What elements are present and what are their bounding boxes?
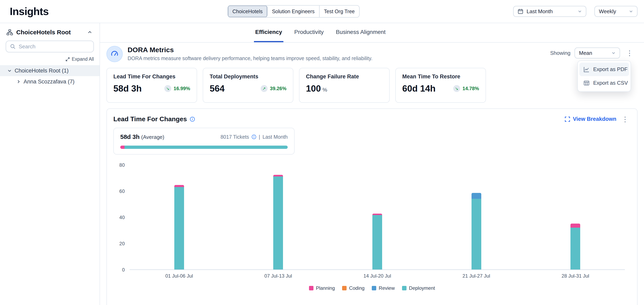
aggregation-select[interactable]: Mean <box>574 47 620 58</box>
stacked-bar-0[interactable] <box>174 185 184 270</box>
bar-segment-planning[interactable] <box>570 224 580 227</box>
legend-item-deployment[interactable]: Deployment <box>402 285 435 291</box>
metric-value: 564 <box>210 83 226 94</box>
tree-node-root[interactable]: ChoiceHotels Root (1) <box>0 65 100 76</box>
chart-card-actions: View Breakdown ⋮ <box>565 116 630 123</box>
dora-controls: Showing Mean ⋮ <box>550 47 635 58</box>
bar-segment-deployment[interactable] <box>570 228 580 270</box>
bar-segment-deployment[interactable] <box>372 215 382 270</box>
org-tree-sidebar: ChoiceHotels Root Expand All <box>0 23 100 305</box>
metric-card-title: Change Failure Rate <box>306 73 383 80</box>
x-tick-label: 07 Jul-13 Jul <box>229 273 328 279</box>
expand-all-button[interactable]: Expand All <box>0 55 100 65</box>
top-bar-controls: Last Month Weekly <box>513 6 638 17</box>
trend-badge: ↗ 39.26% <box>261 85 286 92</box>
sidebar-collapse-button[interactable] <box>86 29 93 35</box>
tree-node-anna-scozzafava[interactable]: Anna Scozzafava (7) <box>0 76 100 87</box>
info-icon[interactable] <box>252 134 256 139</box>
trend-down-icon: ↘ <box>453 85 460 92</box>
stacked-bar-1[interactable] <box>273 175 283 270</box>
dora-titles: DORA Metrics DORA metrics measure softwa… <box>128 46 372 61</box>
expand-all-label: Expand All <box>72 56 94 62</box>
org-tab-solution-engineers[interactable]: Solution Engineers <box>268 6 320 17</box>
bar-segment-review[interactable] <box>472 193 481 199</box>
stacked-bar-3[interactable] <box>472 193 481 270</box>
dora-metrics-title: DORA Metrics <box>128 46 372 54</box>
period-select[interactable]: Last Month <box>513 6 586 17</box>
chevron-down-icon[interactable] <box>7 68 12 73</box>
y-tick-label: 40 <box>119 215 125 220</box>
chart-y-axis: 020406080 <box>113 165 130 270</box>
chevron-right-icon[interactable] <box>16 79 21 84</box>
bar-column <box>427 165 526 270</box>
metric-card-lead-time[interactable]: Lead Time For Changes 58d 3h ↘ 16.99% <box>106 68 197 103</box>
gauge-icon <box>106 46 123 62</box>
calendar-icon <box>518 8 523 14</box>
chart-legend: PlanningCodingReviewDeployment <box>113 285 630 291</box>
sidebar-root-title: ChoiceHotels Root <box>16 29 83 36</box>
metric-card-change-failure-rate[interactable]: Change Failure Rate 100% <box>299 68 390 103</box>
metric-card-mean-time-to-restore[interactable]: Mean Time To Restore 60d 14h ↘ 14.78% <box>395 68 486 103</box>
legend-item-planning[interactable]: Planning <box>309 285 335 291</box>
bar-segment-deployment[interactable] <box>273 176 283 270</box>
chart-card-title: Lead Time For Changes <box>113 115 195 123</box>
info-icon[interactable] <box>190 117 195 122</box>
page-title: Insights <box>10 5 48 17</box>
tree-node-label: ChoiceHotels Root (1) <box>15 68 69 74</box>
metric-value: 100% <box>306 83 327 94</box>
tab-productivity[interactable]: Productivity <box>293 23 325 42</box>
chart-more-menu-button[interactable]: ⋮ <box>620 116 630 123</box>
tree-node-label: Anna Scozzafava (7) <box>24 79 74 85</box>
chevron-down-icon <box>629 9 633 13</box>
x-tick-label: 01 Jul-06 Jul <box>130 273 229 279</box>
insight-tabs-inner: Efficiency Productivity Business Alignme… <box>254 23 386 42</box>
main-panel: Efficiency Productivity Business Alignme… <box>100 23 644 305</box>
menu-item-export-csv[interactable]: Export as CSV <box>580 76 629 90</box>
expand-arrows-icon <box>66 57 70 61</box>
y-tick-label: 20 <box>119 241 125 247</box>
expand-corners-icon <box>565 117 570 122</box>
legend-item-coding[interactable]: Coding <box>342 285 364 291</box>
tab-efficiency[interactable]: Efficiency <box>254 23 283 42</box>
chevron-down-icon <box>612 51 616 55</box>
trend-delta: 39.26% <box>270 86 286 91</box>
dora-more-menu-button[interactable]: ⋮ <box>624 49 635 56</box>
top-bar: Insights ChoiceHotels Solution Engineers… <box>0 0 644 23</box>
legend-item-review[interactable]: Review <box>372 285 395 291</box>
legend-swatch <box>372 286 376 290</box>
tab-business-alignment[interactable]: Business Alignment <box>334 23 386 42</box>
metric-card-title: Total Deployments <box>210 73 286 80</box>
bar-segment-deployment[interactable] <box>472 199 481 270</box>
stacked-bar-2[interactable] <box>372 214 382 270</box>
granularity-select[interactable]: Weekly <box>594 6 638 17</box>
chevron-up-icon <box>87 30 92 35</box>
bar-segment-planning[interactable] <box>372 214 382 215</box>
separator: | <box>259 134 260 140</box>
menu-item-export-pdf[interactable]: Export as PDF <box>580 62 629 76</box>
tickets-count: 8017 Tickets <box>220 134 249 140</box>
lead-time-chart: 020406080 <box>113 165 630 270</box>
chart-x-axis: 01 Jul-06 Jul07 Jul-13 Jul14 Jul-20 Jul2… <box>130 273 625 279</box>
search-icon <box>10 44 16 49</box>
y-tick-label: 80 <box>119 162 125 168</box>
metric-value: 58d 3h <box>113 83 143 94</box>
search-input[interactable] <box>19 43 90 50</box>
insights-page: Insights ChoiceHotels Solution Engineers… <box>0 0 644 305</box>
bar-segment-planning[interactable] <box>174 185 184 187</box>
org-switcher: ChoiceHotels Solution Engineers Test Org… <box>228 5 360 18</box>
stacked-bar-4[interactable] <box>570 224 580 270</box>
progress-segment-planning <box>120 146 124 149</box>
table-icon <box>584 80 590 86</box>
bar-segment-deployment[interactable] <box>174 187 184 270</box>
org-tab-choicehotels[interactable]: ChoiceHotels <box>228 6 268 17</box>
chart-plot <box>130 165 625 270</box>
trend-badge: ↘ 16.99% <box>164 85 190 92</box>
metric-card-total-deployments[interactable]: Total Deployments 564 ↗ 39.26% <box>203 68 293 103</box>
granularity-select-value: Weekly <box>599 8 626 15</box>
metric-card-title: Lead Time For Changes <box>113 73 190 80</box>
bar-segment-planning[interactable] <box>273 175 283 176</box>
org-tab-test-org-tree[interactable]: Test Org Tree <box>320 6 359 17</box>
x-tick-label: 14 Jul-20 Jul <box>328 273 427 279</box>
legend-label: Review <box>379 285 395 291</box>
view-breakdown-button[interactable]: View Breakdown <box>565 116 616 122</box>
